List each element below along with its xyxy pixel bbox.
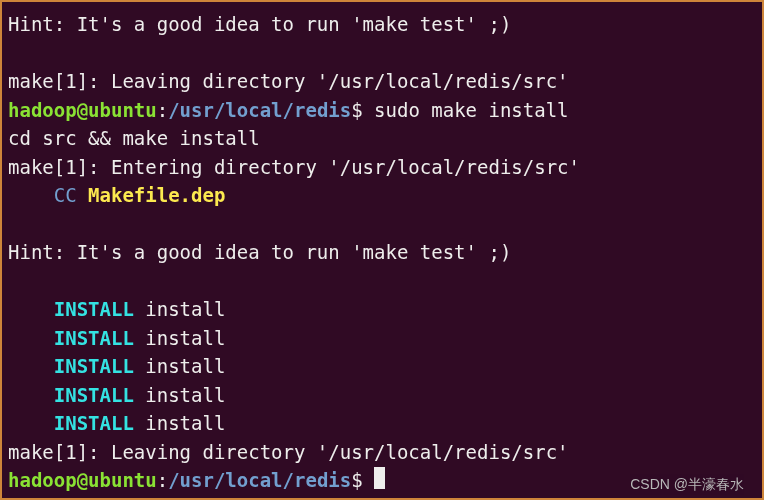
- watermark: CSDN @半濠春水: [630, 474, 744, 495]
- prompt-line: hadoop@ubuntu:/usr/local/redis$ sudo mak…: [8, 96, 756, 125]
- blank-line: [8, 39, 756, 68]
- make-entering-line: make[1]: Entering directory '/usr/local/…: [8, 153, 756, 182]
- cc-label: CC: [54, 184, 88, 206]
- install-line: INSTALL install: [8, 295, 756, 324]
- make-leaving-line: make[1]: Leaving directory '/usr/local/r…: [8, 438, 756, 467]
- cwd-path: /usr/local/redis: [168, 469, 351, 491]
- install-label: INSTALL: [54, 412, 146, 434]
- user-host: hadoop@ubuntu: [8, 469, 157, 491]
- install-label: INSTALL: [54, 298, 146, 320]
- install-target: install: [145, 298, 225, 320]
- install-line: INSTALL install: [8, 324, 756, 353]
- command-text: sudo make install: [374, 99, 568, 121]
- user-host: hadoop@ubuntu: [8, 99, 157, 121]
- install-line: INSTALL install: [8, 352, 756, 381]
- install-label: INSTALL: [54, 327, 146, 349]
- cwd-path: /usr/local/redis: [168, 99, 351, 121]
- output-line: cd src && make install: [8, 124, 756, 153]
- install-line: INSTALL install: [8, 409, 756, 438]
- install-target: install: [145, 384, 225, 406]
- install-target: install: [145, 412, 225, 434]
- hint-line: Hint: It's a good idea to run 'make test…: [8, 238, 756, 267]
- install-label: INSTALL: [54, 355, 146, 377]
- cursor-icon: [374, 467, 385, 489]
- blank-line: [8, 267, 756, 296]
- terminal-output[interactable]: Hint: It's a good idea to run 'make test…: [8, 10, 756, 495]
- blank-line: [8, 210, 756, 239]
- install-line: INSTALL install: [8, 381, 756, 410]
- make-leaving-line: make[1]: Leaving directory '/usr/local/r…: [8, 67, 756, 96]
- cc-file: Makefile.dep: [88, 184, 225, 206]
- install-label: INSTALL: [54, 384, 146, 406]
- cc-line: CC Makefile.dep: [8, 181, 756, 210]
- install-target: install: [145, 355, 225, 377]
- hint-line: Hint: It's a good idea to run 'make test…: [8, 10, 756, 39]
- install-target: install: [145, 327, 225, 349]
